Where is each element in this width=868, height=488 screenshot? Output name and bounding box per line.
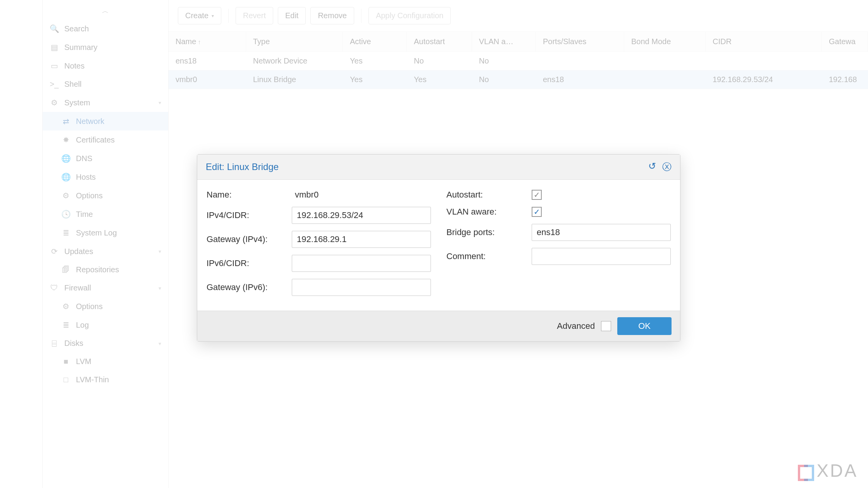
tree-panel-spacer (0, 0, 43, 488)
bridge-ports-input[interactable] (532, 224, 671, 241)
sidebar-item-hosts[interactable]: 🌐Hosts (43, 168, 168, 186)
sidebar-item-label: Disks (64, 339, 83, 348)
chevron-down-icon: ▾ (158, 248, 161, 254)
files-icon: 🗐 (61, 265, 71, 274)
cell-type: Linux Bridge (246, 70, 343, 89)
sidebar-item-label: Notes (64, 62, 84, 70)
name-label: Name: (207, 190, 292, 200)
grid-header: Name↑ Type Active Autostart VLAN a… Port… (169, 31, 868, 52)
cell-autostart: Yes (407, 70, 472, 89)
cell-active: Yes (343, 70, 407, 89)
gateway-ipv6-input[interactable] (292, 279, 431, 296)
chevron-down-icon: ▾ (158, 100, 161, 106)
gateway-ipv6-label: Gateway (IPv6): (207, 282, 292, 292)
dialog-title: Edit: Linux Bridge (206, 162, 279, 172)
network-grid: Name↑ Type Active Autostart VLAN a… Port… (169, 31, 868, 89)
ipv4-cidr-input[interactable] (292, 207, 431, 224)
dialog-header[interactable]: Edit: Linux Bridge ↺ ⓧ (197, 155, 680, 180)
xda-watermark: XDA (798, 460, 858, 481)
sidebar-item-network[interactable]: ⇄Network (43, 112, 168, 131)
sidebar-item-notes[interactable]: ▭Notes (43, 57, 168, 75)
bridge-ports-label: Bridge ports: (446, 227, 532, 237)
column-name[interactable]: Name↑ (169, 32, 246, 52)
list-icon: ≣ (61, 320, 71, 330)
chevron-down-icon: ▾ (158, 340, 161, 347)
column-vlan-aware[interactable]: VLAN a… (472, 32, 536, 52)
advanced-label: Advanced (557, 321, 595, 331)
gateway-ipv4-input[interactable] (292, 231, 431, 248)
gateway-ipv4-label: Gateway (IPv4): (207, 234, 292, 244)
cell-gateway (822, 52, 868, 70)
sidebar-item-label: System Log (76, 229, 117, 237)
comment-input[interactable] (532, 248, 671, 265)
sidebar-item-label: Repositories (76, 265, 119, 274)
shield-icon: 🛡 (50, 284, 59, 292)
apply-configuration-button[interactable]: Apply Configuration (369, 7, 451, 24)
sidebar-item-updates[interactable]: ⟳Updates▾ (43, 242, 168, 261)
cell-ports: ens18 (536, 70, 624, 89)
sidebar-item-options[interactable]: ⚙Options (43, 297, 168, 316)
column-bond-mode[interactable]: Bond Mode (624, 32, 706, 52)
sidebar-item-system[interactable]: ⚙System▾ (43, 93, 168, 112)
revert-button[interactable]: Revert (236, 7, 273, 24)
sort-asc-icon: ↑ (196, 39, 201, 45)
autostart-checkbox[interactable]: ✓ (532, 190, 542, 200)
sidebar-item-lvm[interactable]: ■LVM (43, 352, 168, 371)
edit-linux-bridge-dialog: Edit: Linux Bridge ↺ ⓧ Name: vmbr0 IPv4/… (197, 154, 680, 342)
sidebar-item-options[interactable]: ⚙Options (43, 186, 168, 205)
sidebar-item-summary[interactable]: ▤Summary (43, 38, 168, 57)
sidebar-item-shell[interactable]: >_Shell (43, 75, 168, 93)
globe-icon: 🌐 (61, 172, 71, 182)
sidebar-item-lvm-thin[interactable]: □LVM-Thin (43, 371, 168, 389)
network-icon: ⇄ (61, 117, 71, 126)
table-row[interactable]: vmbr0Linux BridgeYesYesNoens18192.168.29… (169, 70, 868, 89)
sidebar-item-label: LVM (76, 357, 91, 366)
column-type[interactable]: Type (246, 32, 343, 52)
sidebar-item-disks[interactable]: ⌸Disks▾ (43, 334, 168, 352)
sidebar-item-label: Firewall (64, 284, 91, 292)
table-row[interactable]: ens18Network DeviceYesNoNo (169, 52, 868, 70)
ipv6-cidr-input[interactable] (292, 255, 431, 272)
close-icon[interactable]: ⓧ (662, 161, 672, 173)
sidebar-item-repositories[interactable]: 🗐Repositories (43, 261, 168, 279)
remove-button[interactable]: Remove (310, 7, 354, 24)
sidebar-item-system-log[interactable]: ≣System Log (43, 223, 168, 242)
sidebar-item-log[interactable]: ≣Log (43, 316, 168, 334)
sidebar-item-label: Log (76, 321, 89, 330)
column-ports-slaves[interactable]: Ports/Slaves (536, 32, 624, 52)
column-gateway[interactable]: Gatewa (822, 32, 868, 52)
column-active[interactable]: Active (343, 32, 407, 52)
sidebar-item-label: Options (76, 302, 103, 311)
create-button[interactable]: Create▾ (178, 7, 221, 24)
sidebar-item-label: Options (76, 191, 103, 200)
column-autostart[interactable]: Autostart (407, 32, 472, 52)
column-cidr[interactable]: CIDR (706, 32, 822, 52)
refresh-icon: ⟳ (50, 247, 59, 256)
sidebar-item-dns[interactable]: 🌐DNS (43, 149, 168, 168)
ok-button[interactable]: OK (617, 317, 672, 335)
cell-name: ens18 (169, 52, 246, 70)
ipv4-cidr-label: IPv4/CIDR: (207, 210, 292, 220)
sidebar-item-certificates[interactable]: ✸Certificates (43, 131, 168, 149)
cell-vlan: No (472, 52, 536, 70)
reset-icon[interactable]: ↺ (648, 161, 656, 173)
globe-icon: 🌐 (61, 154, 71, 163)
cell-bond (624, 70, 706, 89)
edit-button[interactable]: Edit (278, 7, 306, 24)
chevron-up-icon[interactable]: ︿ (43, 4, 168, 19)
sidebar: ︿ 🔍Search▤Summary▭Notes>_Shell⚙System▾⇄N… (43, 0, 169, 488)
sidebar-item-firewall[interactable]: 🛡Firewall▾ (43, 279, 168, 297)
xda-logo-icon (798, 462, 814, 479)
certificate-icon: ✸ (61, 135, 71, 144)
cell-name: vmbr0 (169, 70, 246, 89)
toolbar-divider (228, 9, 229, 23)
advanced-checkbox[interactable] (601, 321, 611, 331)
sidebar-item-time[interactable]: 🕓Time (43, 205, 168, 223)
vlan-aware-checkbox[interactable]: ✓ (532, 207, 542, 217)
sidebar-item-label: Certificates (76, 136, 115, 144)
sidebar-item-label: Summary (64, 43, 98, 52)
sidebar-item-label: LVM-Thin (76, 375, 109, 384)
dialog-footer: Advanced OK (197, 311, 680, 341)
gears-icon: ⚙ (50, 98, 59, 107)
sidebar-item-search[interactable]: 🔍Search (43, 19, 168, 38)
